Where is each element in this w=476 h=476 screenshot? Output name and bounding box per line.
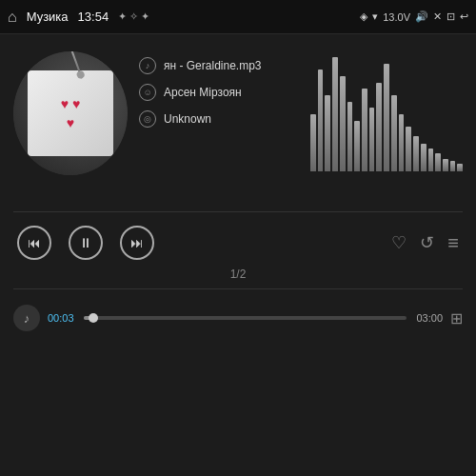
track-name-row: ♪ ян - Geraldine.mp3	[139, 57, 299, 74]
visualizer-bar	[428, 149, 434, 171]
album-row: ◎ Unknown	[139, 110, 299, 128]
status-bar: ⌂ Музика 13:54 ✦ ✧ ✦ ◈ ▾ 13.0V 🔊 ✕ ⊡ ↩	[0, 0, 476, 34]
signal-icon: ▾	[372, 10, 378, 23]
visualizer-bar	[384, 64, 389, 171]
visualizer-bar	[362, 89, 367, 171]
visualizer-bar	[413, 136, 419, 171]
album-icon: ◎	[139, 110, 156, 128]
visualizer-bar	[332, 57, 338, 171]
album-name: Unknown	[164, 112, 211, 126]
album-art	[13, 51, 128, 175]
location-icon: ◈	[360, 10, 367, 23]
progress-section: ♪ 00:03 03:00 ⊞	[13, 305, 463, 331]
visualizer-bar	[325, 95, 330, 171]
heart-button[interactable]: ♡	[391, 232, 407, 253]
track-info: ♪ ян - Geraldine.mp3 ☺ Арсен Мірзоян ◎ U…	[139, 57, 299, 128]
time-start: 00:03	[48, 312, 76, 324]
close-icon[interactable]: ✕	[433, 10, 442, 23]
visualizer-bar	[457, 164, 463, 171]
time-end: 03:00	[414, 312, 443, 324]
artist-name: Арсен Мірзоян	[164, 86, 242, 99]
voltage-display: 13.0V	[383, 11, 410, 23]
visualizer-bar	[443, 159, 448, 171]
divider-1	[13, 211, 463, 212]
progress-bar[interactable]	[84, 316, 407, 320]
prev-button[interactable]: ⏮	[17, 226, 51, 260]
visualizer	[310, 57, 463, 171]
album-art-inner	[13, 51, 128, 175]
visualizer-bar	[369, 108, 375, 171]
visualizer-bar	[450, 161, 456, 171]
repeat-button[interactable]: ↺	[420, 232, 434, 253]
top-section: ♪ ян - Geraldine.mp3 ☺ Арсен Мірзоян ◎ U…	[13, 44, 463, 196]
right-status-icons: ◈ ▾ 13.0V 🔊 ✕ ⊡ ↩	[360, 10, 468, 23]
visualizer-bar	[310, 114, 316, 171]
person-icon: ☺	[139, 84, 156, 101]
visualizer-bar	[318, 69, 324, 171]
divider-2	[13, 288, 463, 289]
artist-row: ☺ Арсен Мірзоян	[139, 84, 299, 101]
progress-thumb	[89, 313, 98, 323]
player-container: ♪ ян - Geraldine.mp3 ☺ Арсен Мірзоян ◎ U…	[0, 34, 476, 476]
right-controls: ♡ ↺ ≡	[391, 232, 459, 254]
playback-controls: ⏮ ⏸ ⏭	[17, 226, 154, 260]
visualizer-bar	[391, 95, 397, 171]
status-icons: ✦ ✧ ✦	[118, 10, 149, 23]
next-button[interactable]: ⏭	[120, 226, 154, 260]
visualizer-bar	[347, 102, 353, 171]
music-note-icon: ♪	[13, 305, 40, 331]
visualizer-bar	[399, 114, 405, 171]
eq-button[interactable]: ⊞	[450, 309, 463, 327]
visualizer-bar	[435, 153, 441, 171]
app-title: Музика	[27, 10, 69, 24]
back-icon[interactable]: ↩	[460, 10, 468, 23]
visualizer-bar	[354, 121, 360, 171]
track-counter: 1/2	[230, 268, 247, 281]
controls-section: ⏮ ⏸ ⏭ ♡ ↺ ≡	[13, 226, 463, 260]
pause-button[interactable]: ⏸	[69, 226, 103, 260]
volume-icon: 🔊	[415, 10, 428, 23]
window-icon[interactable]: ⊡	[446, 10, 455, 23]
list-button[interactable]: ≡	[447, 232, 459, 254]
album-art-image	[28, 70, 113, 156]
visualizer-bar	[406, 127, 411, 171]
visualizer-bar	[421, 144, 426, 171]
status-time: 13:54	[78, 10, 109, 24]
track-counter-row: 1/2	[13, 268, 463, 281]
visualizer-bar	[376, 83, 382, 171]
music-note-circle-icon: ♪	[139, 57, 156, 74]
visualizer-bar	[340, 76, 346, 171]
home-icon[interactable]: ⌂	[8, 9, 17, 26]
track-name: ян - Geraldine.mp3	[164, 59, 262, 72]
